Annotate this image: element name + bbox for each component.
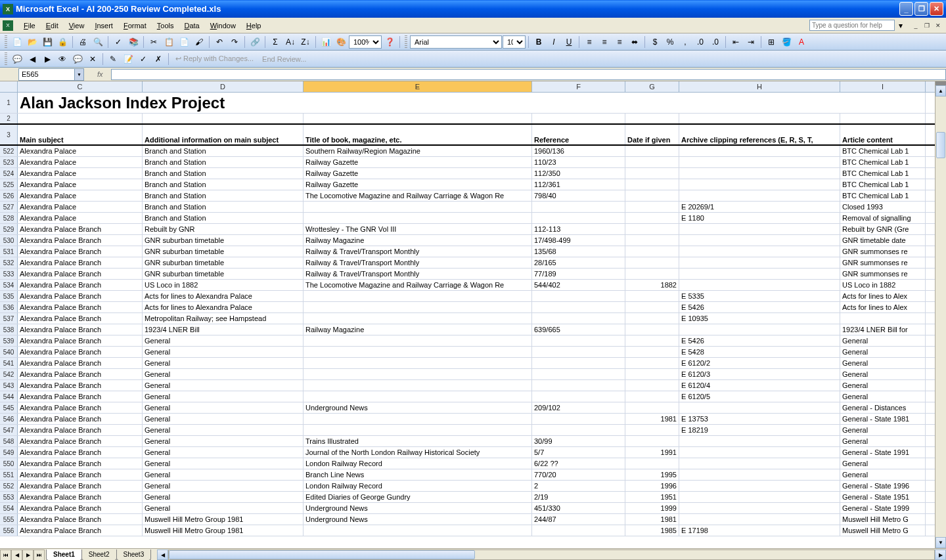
cell[interactable]: 28/165	[532, 257, 625, 268]
cell[interactable]: The Locomotive Magazine and Railway Carr…	[304, 190, 532, 201]
cell[interactable]: BTC Chemical Lab 1	[840, 179, 926, 190]
row-header[interactable]: 556	[0, 525, 18, 536]
vscroll-track[interactable]	[935, 97, 946, 537]
borders-button[interactable]: ⊞	[764, 35, 778, 49]
cell[interactable]: Acts for lines to Alex	[840, 302, 926, 312]
row-header[interactable]: 546	[0, 414, 18, 424]
cell[interactable]: General	[143, 402, 304, 413]
cell[interactable]	[532, 425, 625, 435]
cell[interactable]: Alexandra Palace Branch	[18, 447, 143, 458]
cell[interactable]: General	[143, 503, 304, 513]
cell[interactable]: Alexandra Palace Branch	[18, 269, 143, 279]
cell[interactable]: Additional information on main subject	[143, 125, 304, 144]
cell[interactable]: Underground News	[304, 514, 532, 525]
cell[interactable]	[532, 202, 625, 212]
cell[interactable]	[532, 347, 625, 357]
cell[interactable]: E 5335	[679, 291, 840, 301]
cell[interactable]: 112/361	[532, 179, 625, 190]
close-button[interactable]: ✕	[930, 2, 943, 16]
cell[interactable]: Article content	[840, 125, 926, 144]
cell[interactable]	[532, 302, 625, 312]
cell[interactable]	[625, 425, 679, 435]
cell[interactable]: Branch and Station	[143, 213, 304, 223]
decrease-indent-button[interactable]: ⇤	[729, 35, 743, 49]
cell[interactable]: Removal of signalling	[840, 213, 926, 223]
cell[interactable]: BTC Chemical Lab 1	[840, 146, 926, 156]
cell[interactable]: General	[143, 436, 304, 446]
cell[interactable]	[840, 313, 926, 324]
doc-restore-button[interactable]: ❐	[922, 21, 932, 30]
cell[interactable]	[625, 358, 679, 368]
cell[interactable]: 1985	[625, 525, 679, 536]
cell[interactable]	[679, 146, 840, 156]
cell[interactable]	[304, 114, 532, 123]
cell[interactable]: 798/40	[532, 190, 625, 201]
next-comment-button[interactable]: ▶	[40, 52, 55, 66]
row-header[interactable]: 541	[0, 358, 18, 368]
row-header[interactable]: 3	[0, 125, 18, 144]
cell[interactable]: 770/20	[532, 469, 625, 480]
row-header[interactable]: 523	[0, 157, 18, 167]
cell[interactable]: US Loco in 1882	[143, 280, 304, 290]
cell[interactable]: Branch and Station	[143, 190, 304, 201]
cell[interactable]: Muswell Hill Metro G	[840, 514, 926, 525]
cell[interactable]: General	[143, 425, 304, 435]
cell[interactable]	[625, 257, 679, 268]
cell[interactable]: General	[143, 481, 304, 491]
show-ink-button[interactable]: ✎	[106, 52, 120, 66]
scroll-right-button[interactable]: ▶	[935, 549, 946, 560]
cell[interactable]	[625, 458, 679, 469]
menu-view[interactable]: View	[64, 20, 90, 31]
decrease-decimal-button[interactable]: .0	[708, 35, 723, 49]
cell[interactable]: E 5426	[679, 335, 840, 346]
menu-help[interactable]: Help	[241, 20, 267, 31]
cell[interactable]: E 5426	[679, 302, 840, 312]
cell[interactable]	[532, 391, 625, 402]
cell[interactable]: E 18219	[679, 425, 840, 435]
cell[interactable]: General	[840, 469, 926, 480]
cell[interactable]: Alexandra Palace Branch	[18, 436, 143, 446]
cell[interactable]	[625, 269, 679, 279]
cell[interactable]	[679, 481, 840, 491]
cell[interactable]: Alexandra Palace	[18, 168, 143, 179]
doc-minimize-button[interactable]: _	[911, 21, 921, 30]
cell[interactable]: 1882	[625, 280, 679, 290]
cell[interactable]	[679, 114, 840, 123]
cell[interactable]: 1981	[625, 514, 679, 525]
sheet-tab-sheet3[interactable]: Sheet3	[116, 549, 152, 561]
cell[interactable]: 1960/136	[532, 146, 625, 156]
cell[interactable]	[679, 235, 840, 246]
cell[interactable]	[304, 302, 532, 312]
cell[interactable]	[625, 436, 679, 446]
currency-button[interactable]: $	[648, 35, 662, 49]
col-header-F[interactable]: F	[532, 81, 625, 92]
cell[interactable]	[679, 402, 840, 413]
cell[interactable]: 1999	[625, 503, 679, 513]
row-header[interactable]: 553	[0, 492, 18, 502]
cell[interactable]: General	[143, 369, 304, 379]
cell[interactable]	[304, 313, 532, 324]
track-changes-button[interactable]: 📝	[121, 52, 135, 66]
col-header-I[interactable]: I	[840, 81, 926, 92]
cell[interactable]: Alexandra Palace Branch	[18, 224, 143, 234]
cell[interactable]: Alexandra Palace Branch	[18, 481, 143, 491]
font-name-combo[interactable]: Arial	[410, 35, 502, 49]
font-color-button[interactable]: A	[794, 35, 809, 49]
cell[interactable]: Alexandra Palace Branch	[18, 469, 143, 480]
percent-button[interactable]: %	[663, 35, 677, 49]
select-all-cell[interactable]	[0, 81, 18, 93]
cell[interactable]	[532, 313, 625, 324]
cell[interactable]	[679, 436, 840, 446]
row-header[interactable]: 524	[0, 168, 18, 179]
cell[interactable]: Branch and Station	[143, 157, 304, 167]
cell[interactable]: 6/22 ??	[532, 458, 625, 469]
cell[interactable]: E 6120/5	[679, 391, 840, 402]
cell[interactable]: Alexandra Palace	[18, 213, 143, 223]
cell[interactable]	[625, 190, 679, 201]
cell[interactable]: 30/99	[532, 436, 625, 446]
row-header[interactable]: 525	[0, 179, 18, 190]
tab-nav-first[interactable]: ⏮	[0, 549, 11, 561]
cell[interactable]: Alexandra Palace	[18, 179, 143, 190]
cell[interactable]: 135/68	[532, 246, 625, 257]
cell[interactable]: E 17198	[679, 525, 840, 536]
